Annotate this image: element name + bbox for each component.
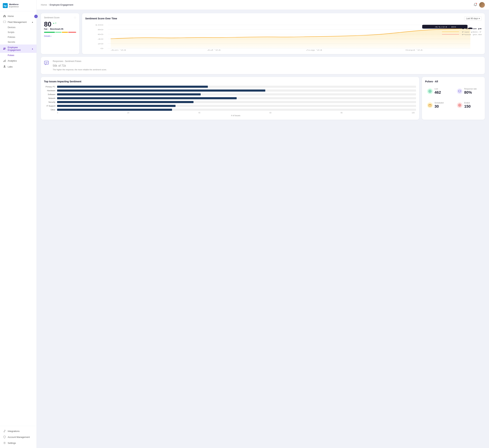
response-stat-content: Response rate 80% xyxy=(464,88,477,95)
sidebar-item-scripts[interactable]: Scripts xyxy=(0,30,36,35)
responses-icon xyxy=(44,60,50,67)
svg-rect-7 xyxy=(5,60,6,62)
svg-text:60: 60 xyxy=(98,33,103,35)
bar-track-network xyxy=(57,97,416,99)
benchmark-value: 85 xyxy=(61,28,63,30)
bar-axis: 0 20 40 60 80 100 xyxy=(57,112,416,114)
breadcrumb-home[interactable]: Home xyxy=(41,3,47,6)
svg-text:● Great (80-100): ● Great (80-100) xyxy=(462,28,482,29)
bar-fill-other xyxy=(57,109,172,111)
message-icon xyxy=(458,90,461,93)
score-bar-seg-4 xyxy=(68,32,76,33)
notification-button[interactable] xyxy=(474,3,477,7)
bar-track-it-support xyxy=(57,105,416,107)
response-stat-value: 80% xyxy=(464,90,477,95)
sidebar-item-devices[interactable]: Devices xyxy=(0,25,36,30)
home-icon xyxy=(3,15,6,17)
svg-point-4 xyxy=(5,48,6,49)
svg-rect-2 xyxy=(3,21,6,23)
svg-text:80: 80 xyxy=(98,29,103,31)
axis-tick-80: 80 xyxy=(340,112,342,114)
ended-stat-content: Ended 150 xyxy=(464,102,471,109)
main-content: Home / Employee Engagement xyxy=(37,0,489,448)
sidebar-item-policies[interactable]: Policies xyxy=(0,35,36,40)
bar-row-network: Network xyxy=(44,97,416,99)
responses-count: 56k xyxy=(53,64,57,67)
score-qualifier-text: Fair xyxy=(44,28,48,30)
score-change: ▲ 3 xyxy=(53,22,56,24)
bar-fill-it-support xyxy=(57,105,175,107)
sidebar-analytics-label: Analytics xyxy=(8,59,17,62)
users-icon xyxy=(3,47,6,50)
svg-marker-35 xyxy=(430,91,431,92)
breadcrumb-separator: / xyxy=(48,3,49,6)
svg-text:Sept '24: Sept '24 xyxy=(405,49,423,51)
bar-label-network: Network xyxy=(44,97,55,99)
axis-tick-0: 0 xyxy=(57,112,58,114)
date-range-chevron-icon: ▾ xyxy=(479,17,480,20)
breadcrumb-current: Employee Engagement xyxy=(50,3,73,6)
svg-text:Jun '24: Jun '24 xyxy=(111,49,126,51)
pulses-stats-grid: Live 462 xyxy=(425,86,482,111)
pulse-stat-ended: Ended 150 xyxy=(455,100,482,111)
sidebar-bottom-nav: Integrations Account Management Settings xyxy=(0,426,36,448)
score-bar-seg-1 xyxy=(44,32,55,33)
svg-point-3 xyxy=(4,48,5,49)
bar-fill-software xyxy=(57,93,201,96)
details-link[interactable]: Details › xyxy=(44,35,76,37)
sidebar-item-secrets[interactable]: Secrets xyxy=(0,40,36,45)
axis-tick-20: 20 xyxy=(127,112,129,114)
sidebar-item-fleet[interactable]: Fleet Management ▲ xyxy=(0,19,36,25)
score-qualifier: Fair | Benchmark 85 xyxy=(44,28,76,30)
bar-row-software: Software xyxy=(44,93,416,96)
sidebar-item-settings[interactable]: Settings xyxy=(0,440,36,446)
sidebar-labs-label: Labs xyxy=(8,65,13,68)
stop-circle-icon xyxy=(458,104,461,107)
flask-icon xyxy=(3,65,6,68)
scheduled-stat-content: Scheduled 30 xyxy=(434,102,444,109)
sidebar-item-labs[interactable]: Labs xyxy=(0,64,36,70)
bar-track-security xyxy=(57,101,416,103)
calendar-icon xyxy=(429,104,431,107)
avatar[interactable] xyxy=(479,2,485,8)
svg-text:Jul '24: Jul '24 xyxy=(207,49,221,51)
bar-row-primary-pc: Primary PC xyxy=(44,86,416,88)
svg-text:40: 40 xyxy=(98,38,103,40)
score-card-title: Sentiment Score xyxy=(44,16,59,19)
sidebar-item-pulses[interactable]: Pulses xyxy=(0,53,36,58)
link-icon xyxy=(3,430,6,432)
bar-axis-title: # of Issues xyxy=(55,114,416,117)
bottom-row: Top Issues Impacting Sentiment Primary P… xyxy=(41,77,485,120)
bar-fill-primary-pc xyxy=(57,86,208,88)
sidebar-item-account[interactable]: Account Management xyxy=(0,434,36,440)
bar-track-hardware xyxy=(57,89,416,92)
bar-label-other: Other xyxy=(44,109,55,111)
svg-text:0: 0 xyxy=(101,48,103,49)
sidebar-settings-label: Settings xyxy=(8,442,16,444)
fleet-chevron: ▲ xyxy=(32,21,33,23)
sentiment-line-chart: 100 80 60 40 20 0 xyxy=(85,23,482,51)
date-range-picker[interactable]: Last 90 days ▾ xyxy=(464,16,482,21)
sidebar-item-integrations[interactable]: Integrations xyxy=(0,428,36,434)
sidebar-collapse-button[interactable]: ‹ xyxy=(34,15,38,18)
logo-text-line2: Experience xyxy=(9,6,19,8)
sidebar-devices-label: Devices xyxy=(8,26,15,29)
date-range-label: Last 90 days xyxy=(466,17,478,20)
sidebar-scripts-label: Scripts xyxy=(8,31,14,33)
bar-fill-network xyxy=(57,97,237,99)
bar-row-security: Security xyxy=(44,101,416,103)
sidebar-account-label: Account Management xyxy=(8,436,30,438)
sidebar-item-home[interactable]: Home xyxy=(0,13,36,19)
live-stat-label: Live xyxy=(434,88,441,90)
bar-chart-icon xyxy=(3,59,6,62)
score-display: 80 ▲ 3 xyxy=(44,21,76,28)
score-bar-seg-3 xyxy=(62,32,68,33)
scheduled-stat-label: Scheduled xyxy=(434,102,444,104)
heart-icon[interactable]: ♡ xyxy=(74,16,76,20)
sidebar-item-analytics[interactable]: Analytics xyxy=(0,58,36,64)
pulse-stat-live: Live 462 xyxy=(425,86,452,97)
sidebar-logo: hp Workforce Experience xyxy=(0,0,36,11)
sidebar-item-employee-engagement[interactable]: Employee Engagement ▲ xyxy=(0,45,36,53)
axis-tick-60: 60 xyxy=(269,112,271,114)
svg-text:Poor (0-59): Poor (0-59) xyxy=(462,34,482,35)
